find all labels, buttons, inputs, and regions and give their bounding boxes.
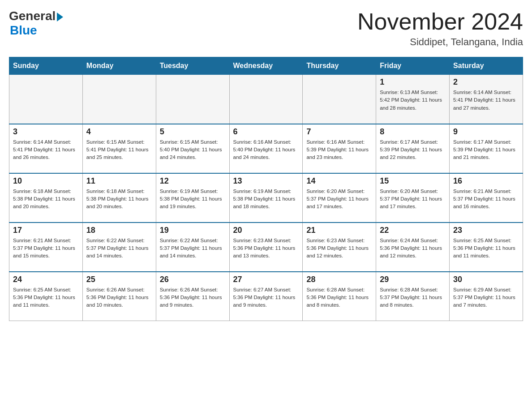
calendar-week-row: 24Sunrise: 6:25 AM Sunset: 5:36 PM Dayli… — [9, 272, 523, 321]
calendar-cell: 11Sunrise: 6:18 AM Sunset: 5:38 PM Dayli… — [82, 173, 156, 223]
day-number: 6 — [233, 127, 299, 137]
calendar-cell: 16Sunrise: 6:21 AM Sunset: 5:37 PM Dayli… — [450, 173, 523, 223]
page-header: General Blue November 2024 Siddipet, Tel… — [9, 9, 523, 48]
day-info: Sunrise: 6:15 AM Sunset: 5:41 PM Dayligh… — [86, 138, 152, 162]
day-info: Sunrise: 6:21 AM Sunset: 5:37 PM Dayligh… — [453, 188, 519, 211]
calendar-cell: 24Sunrise: 6:25 AM Sunset: 5:36 PM Dayli… — [9, 272, 83, 321]
title-block: November 2024 Siddipet, Telangana, India — [357, 9, 523, 48]
calendar-cell: 30Sunrise: 6:29 AM Sunset: 5:37 PM Dayli… — [450, 272, 523, 321]
day-of-week-header: Saturday — [450, 57, 523, 75]
day-number: 23 — [453, 226, 519, 235]
day-number: 2 — [453, 77, 519, 87]
calendar-cell — [9, 75, 83, 124]
day-info: Sunrise: 6:20 AM Sunset: 5:37 PM Dayligh… — [306, 188, 372, 211]
day-info: Sunrise: 6:16 AM Sunset: 5:39 PM Dayligh… — [306, 138, 372, 162]
day-of-week-header: Wednesday — [229, 57, 303, 75]
calendar-cell: 8Sunrise: 6:17 AM Sunset: 5:39 PM Daylig… — [376, 124, 450, 173]
logo: General Blue — [9, 9, 63, 38]
day-info: Sunrise: 6:25 AM Sunset: 5:36 PM Dayligh… — [453, 237, 519, 260]
calendar-header-row: SundayMondayTuesdayWednesdayThursdayFrid… — [9, 57, 523, 75]
day-number: 4 — [86, 127, 152, 137]
day-number: 11 — [86, 176, 152, 186]
day-info: Sunrise: 6:14 AM Sunset: 5:41 PM Dayligh… — [453, 89, 519, 112]
calendar-cell: 14Sunrise: 6:20 AM Sunset: 5:37 PM Dayli… — [303, 173, 376, 223]
day-number: 14 — [306, 176, 372, 186]
day-number: 25 — [86, 275, 152, 284]
day-info: Sunrise: 6:18 AM Sunset: 5:38 PM Dayligh… — [13, 188, 79, 211]
day-info: Sunrise: 6:17 AM Sunset: 5:39 PM Dayligh… — [380, 138, 446, 162]
calendar-cell: 12Sunrise: 6:19 AM Sunset: 5:38 PM Dayli… — [156, 173, 229, 223]
calendar-cell: 19Sunrise: 6:22 AM Sunset: 5:37 PM Dayli… — [156, 223, 229, 272]
calendar-cell: 3Sunrise: 6:14 AM Sunset: 5:41 PM Daylig… — [9, 124, 83, 173]
calendar-table: SundayMondayTuesdayWednesdayThursdayFrid… — [9, 57, 523, 321]
day-info: Sunrise: 6:26 AM Sunset: 5:36 PM Dayligh… — [160, 286, 226, 309]
logo-arrow-icon — [57, 13, 63, 21]
calendar-cell: 4Sunrise: 6:15 AM Sunset: 5:41 PM Daylig… — [82, 124, 156, 173]
calendar-cell: 29Sunrise: 6:28 AM Sunset: 5:37 PM Dayli… — [376, 272, 450, 321]
day-of-week-header: Monday — [82, 57, 156, 75]
day-info: Sunrise: 6:19 AM Sunset: 5:38 PM Dayligh… — [160, 188, 226, 211]
calendar-cell: 1Sunrise: 6:13 AM Sunset: 5:42 PM Daylig… — [376, 75, 450, 124]
calendar-cell: 6Sunrise: 6:16 AM Sunset: 5:40 PM Daylig… — [229, 124, 303, 173]
day-info: Sunrise: 6:22 AM Sunset: 5:37 PM Dayligh… — [86, 237, 152, 260]
day-info: Sunrise: 6:26 AM Sunset: 5:36 PM Dayligh… — [86, 286, 152, 309]
day-info: Sunrise: 6:16 AM Sunset: 5:40 PM Dayligh… — [233, 138, 299, 162]
day-number: 19 — [160, 226, 226, 235]
calendar-cell — [82, 75, 156, 124]
day-number: 3 — [13, 127, 79, 137]
calendar-week-row: 1Sunrise: 6:13 AM Sunset: 5:42 PM Daylig… — [9, 75, 523, 124]
day-number: 24 — [13, 275, 79, 284]
day-number: 29 — [380, 275, 446, 284]
day-number: 13 — [233, 176, 299, 186]
calendar-cell: 21Sunrise: 6:23 AM Sunset: 5:36 PM Dayli… — [303, 223, 376, 272]
day-info: Sunrise: 6:21 AM Sunset: 5:37 PM Dayligh… — [13, 237, 79, 260]
day-number: 5 — [160, 127, 226, 137]
calendar-cell: 26Sunrise: 6:26 AM Sunset: 5:36 PM Dayli… — [156, 272, 229, 321]
day-info: Sunrise: 6:29 AM Sunset: 5:37 PM Dayligh… — [453, 286, 519, 309]
day-number: 12 — [160, 176, 226, 186]
day-info: Sunrise: 6:14 AM Sunset: 5:41 PM Dayligh… — [13, 138, 79, 162]
day-info: Sunrise: 6:23 AM Sunset: 5:36 PM Dayligh… — [233, 237, 299, 260]
day-info: Sunrise: 6:27 AM Sunset: 5:36 PM Dayligh… — [233, 286, 299, 309]
day-number: 8 — [380, 127, 446, 137]
month-title: November 2024 — [357, 9, 523, 34]
day-number: 27 — [233, 275, 299, 284]
calendar-cell — [229, 75, 303, 124]
calendar-cell: 23Sunrise: 6:25 AM Sunset: 5:36 PM Dayli… — [450, 223, 523, 272]
day-info: Sunrise: 6:23 AM Sunset: 5:36 PM Dayligh… — [306, 237, 372, 260]
day-info: Sunrise: 6:15 AM Sunset: 5:40 PM Dayligh… — [160, 138, 226, 162]
calendar-week-row: 3Sunrise: 6:14 AM Sunset: 5:41 PM Daylig… — [9, 124, 523, 173]
day-info: Sunrise: 6:24 AM Sunset: 5:36 PM Dayligh… — [380, 237, 446, 260]
day-info: Sunrise: 6:25 AM Sunset: 5:36 PM Dayligh… — [13, 286, 79, 309]
day-number: 16 — [453, 176, 519, 186]
day-number: 21 — [306, 226, 372, 235]
day-of-week-header: Thursday — [303, 57, 376, 75]
calendar-cell: 9Sunrise: 6:17 AM Sunset: 5:39 PM Daylig… — [450, 124, 523, 173]
day-number: 22 — [380, 226, 446, 235]
day-number: 10 — [13, 176, 79, 186]
logo-blue-text: Blue — [10, 23, 37, 38]
location-title: Siddipet, Telangana, India — [357, 36, 523, 48]
day-info: Sunrise: 6:28 AM Sunset: 5:37 PM Dayligh… — [380, 286, 446, 309]
day-info: Sunrise: 6:17 AM Sunset: 5:39 PM Dayligh… — [453, 138, 519, 162]
logo-general-text: General — [9, 9, 56, 23]
day-info: Sunrise: 6:20 AM Sunset: 5:37 PM Dayligh… — [380, 188, 446, 211]
calendar-cell — [303, 75, 376, 124]
day-info: Sunrise: 6:22 AM Sunset: 5:37 PM Dayligh… — [160, 237, 226, 260]
day-number: 1 — [380, 77, 446, 87]
day-info: Sunrise: 6:28 AM Sunset: 5:36 PM Dayligh… — [306, 286, 372, 309]
calendar-cell: 17Sunrise: 6:21 AM Sunset: 5:37 PM Dayli… — [9, 223, 83, 272]
day-number: 28 — [306, 275, 372, 284]
calendar-cell: 28Sunrise: 6:28 AM Sunset: 5:36 PM Dayli… — [303, 272, 376, 321]
calendar-cell: 15Sunrise: 6:20 AM Sunset: 5:37 PM Dayli… — [376, 173, 450, 223]
day-number: 30 — [453, 275, 519, 284]
day-number: 7 — [306, 127, 372, 137]
calendar-cell: 27Sunrise: 6:27 AM Sunset: 5:36 PM Dayli… — [229, 272, 303, 321]
day-number: 26 — [160, 275, 226, 284]
calendar-cell: 7Sunrise: 6:16 AM Sunset: 5:39 PM Daylig… — [303, 124, 376, 173]
calendar-cell: 20Sunrise: 6:23 AM Sunset: 5:36 PM Dayli… — [229, 223, 303, 272]
calendar-cell — [156, 75, 229, 124]
day-number: 20 — [233, 226, 299, 235]
calendar-week-row: 17Sunrise: 6:21 AM Sunset: 5:37 PM Dayli… — [9, 223, 523, 272]
calendar-cell: 25Sunrise: 6:26 AM Sunset: 5:36 PM Dayli… — [82, 272, 156, 321]
